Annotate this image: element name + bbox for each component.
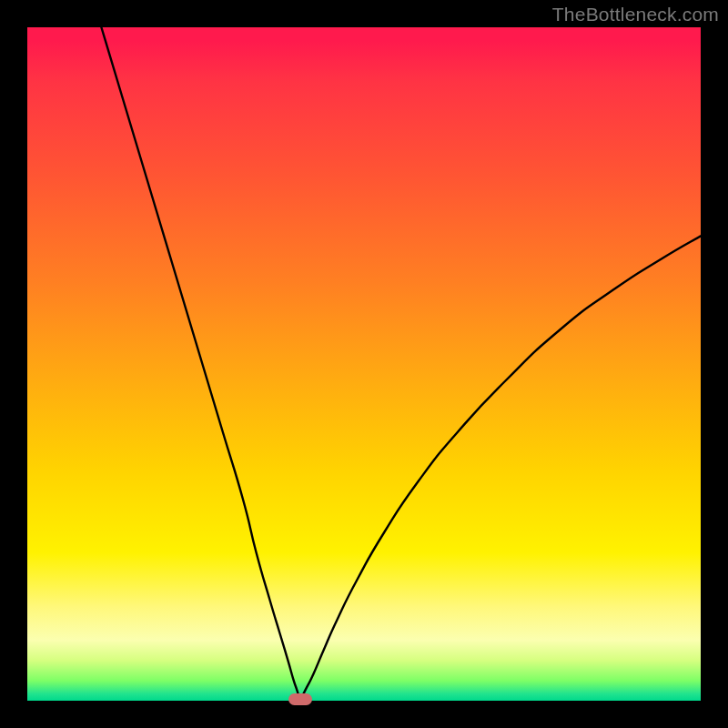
curve-left-branch [101,27,299,701]
plot-area [27,27,701,701]
watermark-text: TheBottleneck.com [552,4,719,25]
curve-svg [27,27,701,701]
chart-frame: TheBottleneck.com [0,0,728,728]
curve-right-branch [300,236,701,701]
minimum-marker [288,693,312,705]
